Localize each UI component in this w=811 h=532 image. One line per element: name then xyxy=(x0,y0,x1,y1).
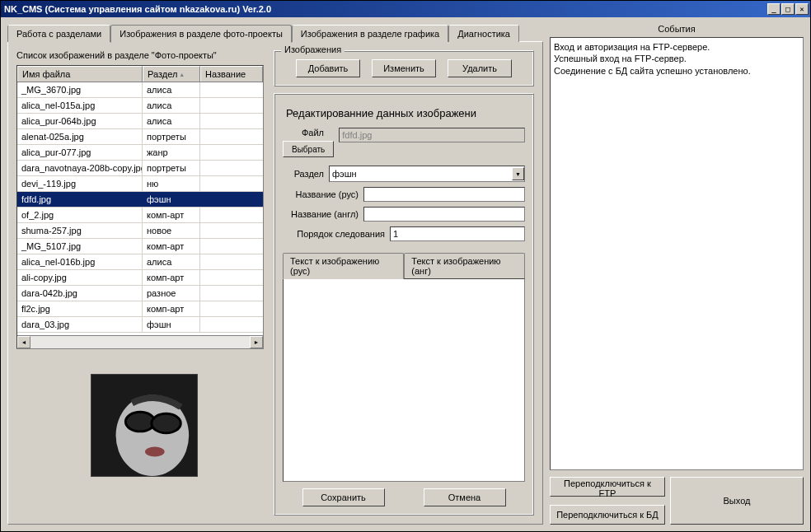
cell-name xyxy=(200,239,263,254)
images-groupbox: Изображения Добавить Изменить Удалить xyxy=(274,50,534,86)
event-line: Вход и авторизация на FTP-сервере. xyxy=(554,41,799,53)
cell-file: devi_-119.jpg xyxy=(17,176,143,191)
table-row[interactable]: alenat-025a.jpgпортреты xyxy=(17,129,263,145)
table-row[interactable]: of_2.jpgкомп-арт xyxy=(17,208,263,223)
table-row[interactable]: _MG_3670.jpgалиса xyxy=(17,82,263,98)
table-row[interactable]: _MG_5107.jpgкомп-арт xyxy=(17,239,263,254)
tab-sections[interactable]: Работа с разделами xyxy=(7,25,110,42)
cell-section: алиса xyxy=(143,254,200,269)
table-row[interactable]: shuma-257.jpgновое xyxy=(17,223,263,239)
table-row[interactable]: alica_nel-015a.jpgалиса xyxy=(17,98,263,114)
table-row[interactable]: fdfd.jpgфэшн xyxy=(17,192,263,208)
cell-section: фэшн xyxy=(143,192,200,207)
reconnect-ftp-button[interactable]: Переподключиться к FTP xyxy=(550,477,665,497)
section-label: Раздел xyxy=(283,169,324,179)
table-row[interactable]: devi_-119.jpgню xyxy=(17,176,263,192)
order-label: Порядок следования xyxy=(283,229,385,239)
table-row[interactable]: ali-copy.jpgкомп-арт xyxy=(17,270,263,286)
name-en-label: Название (англ) xyxy=(283,209,359,219)
table-row[interactable]: dara_navotnaya-208b-copy.jpgпортреты xyxy=(17,161,263,176)
maximize-button[interactable]: □ xyxy=(781,3,795,15)
app-window: NK_CMS (Система управления сайтом nkazak… xyxy=(0,0,811,532)
cell-section: комп-арт xyxy=(143,239,200,254)
minimize-button[interactable]: _ xyxy=(767,3,781,15)
section-select[interactable]: фэшн ▼ xyxy=(329,166,525,182)
choose-file-button[interactable]: Выбрать xyxy=(283,141,334,157)
table-row[interactable]: alica_nel-016b.jpgалиса xyxy=(17,254,263,270)
text-tab-en[interactable]: Текст к изображению (анг) xyxy=(404,253,525,278)
cell-name xyxy=(200,98,263,113)
cell-section: комп-арт xyxy=(143,270,200,285)
cell-file: _MG_5107.jpg xyxy=(17,239,143,254)
cell-name xyxy=(200,161,263,175)
cell-section: алиса xyxy=(143,82,200,97)
cell-file: fdfd.jpg xyxy=(17,192,143,207)
exit-button[interactable]: Выход xyxy=(670,477,804,525)
table-row[interactable]: fl2c.jpgкомп-арт xyxy=(17,301,263,317)
preview-image xyxy=(91,374,198,477)
cell-name xyxy=(200,145,263,160)
cell-section: разное xyxy=(143,286,200,301)
text-subtabs: Текст к изображению (рус) Текст к изобра… xyxy=(283,253,525,278)
table-row[interactable]: alica_pur-064b.jpgалиса xyxy=(17,114,263,129)
h-scrollbar[interactable]: ◄ ► xyxy=(17,335,263,348)
close-button[interactable]: ✕ xyxy=(795,3,809,15)
cell-file: alenat-025a.jpg xyxy=(17,129,143,144)
cell-name xyxy=(200,270,263,285)
events-label: События xyxy=(550,24,804,34)
tab-panel: Список изображений в разделе "Фото-проек… xyxy=(7,41,543,525)
event-line: Соединение с БД сайта успешно установлен… xyxy=(554,65,799,77)
scroll-right-button[interactable]: ► xyxy=(250,336,263,348)
cell-file: alica_pur-077.jpg xyxy=(17,145,143,160)
cell-name xyxy=(200,317,263,332)
edit-form-title: Редактированние данных изображени xyxy=(283,102,525,128)
cell-file: dara_03.jpg xyxy=(17,317,143,332)
name-ru-input[interactable] xyxy=(363,187,525,202)
cell-file: ali-copy.jpg xyxy=(17,270,143,285)
cell-file: of_2.jpg xyxy=(17,208,143,222)
dropdown-icon: ▼ xyxy=(512,167,524,180)
list-label: Список изображений в разделе "Фото-проек… xyxy=(16,50,264,60)
cell-file: fl2c.jpg xyxy=(17,301,143,316)
cell-section: новое xyxy=(143,223,200,238)
scroll-track[interactable] xyxy=(30,336,250,348)
table-row[interactable]: alica_pur-077.jpgжанр xyxy=(17,145,263,161)
event-line: Успешный вход на FTP-сервер. xyxy=(554,53,799,64)
name-en-input[interactable] xyxy=(363,207,525,222)
table-row[interactable]: dara-042b.jpgразное xyxy=(17,286,263,301)
titlebar: NK_CMS (Система управления сайтом nkazak… xyxy=(1,1,810,17)
file-input xyxy=(339,128,525,142)
reconnect-db-button[interactable]: Переподключиться к БД xyxy=(550,505,665,525)
save-button[interactable]: Сохранить xyxy=(302,488,385,506)
order-input[interactable] xyxy=(390,226,525,241)
text-textarea[interactable] xyxy=(283,278,525,482)
delete-button[interactable]: Удалить xyxy=(448,59,512,77)
cell-file: shuma-257.jpg xyxy=(17,223,143,238)
tab-diagnostics[interactable]: Диагностика xyxy=(448,25,519,42)
header-section[interactable]: Раздел▲ xyxy=(143,66,200,82)
images-group-title: Изображения xyxy=(281,44,345,54)
cell-name xyxy=(200,176,263,191)
cell-section: алиса xyxy=(143,114,200,128)
header-name[interactable]: Название xyxy=(200,66,263,82)
table-row[interactable]: dara_03.jpgфэшн xyxy=(17,317,263,333)
edit-button[interactable]: Изменить xyxy=(372,59,436,77)
tab-graphics[interactable]: Изображения в разделе графика xyxy=(292,25,448,42)
text-tab-ru[interactable]: Текст к изображению (рус) xyxy=(283,253,404,279)
cancel-button[interactable]: Отмена xyxy=(424,488,506,506)
cell-file: alica_nel-016b.jpg xyxy=(17,254,143,269)
header-filename[interactable]: Имя файла xyxy=(17,66,143,82)
cell-file: dara-042b.jpg xyxy=(17,286,143,301)
cell-name xyxy=(200,129,263,144)
cell-name xyxy=(200,192,263,207)
svg-point-3 xyxy=(152,413,180,433)
scroll-left-button[interactable]: ◄ xyxy=(17,336,30,348)
cell-name xyxy=(200,208,263,222)
cell-section: алиса xyxy=(143,98,200,113)
tab-photo-projects[interactable]: Изображения в разделе фото-проекты xyxy=(110,25,292,43)
cell-section: комп-арт xyxy=(143,208,200,222)
add-button[interactable]: Добавить xyxy=(296,59,360,77)
edit-form-groupbox: Редактированние данных изображени Файл В… xyxy=(274,93,534,516)
main-tabs: Работа с разделами Изображения в разделе… xyxy=(7,25,543,42)
cell-section: портреты xyxy=(143,129,200,144)
